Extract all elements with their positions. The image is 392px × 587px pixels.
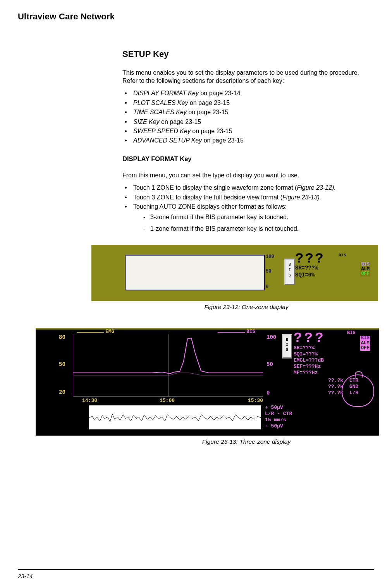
eeg-scale-labels: + 50µV L/R - CTR 15 mm/s - 50µV — [265, 405, 292, 429]
list-item-em: SWEEP SPEED Key — [133, 128, 191, 134]
bis-value: ??? — [295, 253, 325, 265]
emg-ytick: 20 — [59, 389, 65, 396]
bis-alarm-badge: BIS ALM OFF — [360, 336, 370, 351]
list-item-rest: on page 23-14 — [199, 90, 241, 96]
document-title: Ultraview Care Network — [18, 12, 374, 22]
bis-button[interactable]: BIS — [284, 259, 295, 285]
bis-parameters: SR=???% SQI=???% EMGL=???dB SEF=???Hz MF… — [294, 345, 324, 376]
emg-ytick: 50 — [59, 361, 65, 368]
list-item-rest: on page 23-15 — [160, 118, 201, 125]
list-item-em: TIME SCALES Key — [133, 109, 187, 115]
trend-plot — [73, 334, 263, 396]
figure-one-zone-display: 100 50 0 BIS BIS ??? SR=???% SQI=0% BIS … — [91, 245, 378, 301]
x-tick: 15:00 — [160, 398, 175, 404]
list-item-em: SIZE Key — [133, 118, 160, 125]
list-item-rest: on page 23-15 — [188, 100, 230, 106]
list-item: Touch 3 ZONE to display the full bedside… — [122, 194, 370, 201]
sub-paragraph: From this menu, you can set the type of … — [122, 172, 370, 179]
head-icon — [342, 374, 374, 407]
sub-list-item: 1-zone format if the BIS parameter key i… — [142, 225, 370, 233]
bis-label: BIS — [347, 330, 356, 336]
bis-ytick: 100 — [266, 334, 276, 341]
format-list: Touch 1 ZONE to display the single wavef… — [122, 184, 370, 233]
list-item-em: PLOT SCALES Key — [133, 100, 188, 106]
impedance-values: ??.?k ??.?k ??.?k — [320, 378, 343, 396]
list-item-rest: on page 23-15 — [187, 109, 229, 115]
bis-alarm-badge: BIS ALM OFF — [360, 262, 370, 276]
list-item-em: DISPLAY FORMAT Key — [133, 90, 199, 96]
list-item: Touch 1 ZONE to display the single wavef… — [122, 184, 370, 192]
x-tick: 15:30 — [248, 398, 263, 404]
intro-paragraph: This menu enables you to set the display… — [122, 69, 370, 85]
section-heading: SETUP Key — [122, 49, 370, 60]
x-tick: 14:30 — [82, 398, 97, 404]
list-item-em: ADVANCED SETUP Key — [133, 137, 202, 144]
list-item: Touching AUTO ZONE displays either forma… — [122, 203, 370, 233]
bis-button[interactable]: BIS — [282, 334, 292, 359]
sqi-value: SQI=0% — [295, 272, 325, 279]
figure-12-caption: Figure 23-12: One-zone display — [122, 303, 370, 311]
key-list: DISPLAY FORMAT Key on page 23-14 PLOT SC… — [122, 89, 370, 145]
emg-ytick: 80 — [59, 334, 65, 341]
bis-readout: BIS ??? SR=???% SQI=0% — [295, 253, 325, 279]
waveform-area — [126, 255, 265, 290]
sub-heading: DISPLAY FORMAT Key — [122, 155, 370, 163]
footer-rule — [18, 569, 374, 570]
figure-three-zone-display: EMG BIS 80 50 20 100 50 0 14:30 15:00 15… — [36, 328, 379, 436]
eeg-waveform-box — [89, 405, 261, 429]
figure-13-caption: Figure 23-13: Three-zone display — [122, 438, 370, 446]
bis-ytick: 0 — [266, 390, 270, 397]
list-item-rest: on page 23-15 — [191, 128, 232, 134]
list-item-rest: on page 23-15 — [202, 137, 244, 144]
bis-trace — [73, 334, 263, 396]
bis-ytick: 50 — [266, 361, 273, 368]
page-number: 23-14 — [18, 573, 33, 579]
sub-list-item: 3-zone format if the BIS parameter key i… — [142, 213, 370, 221]
